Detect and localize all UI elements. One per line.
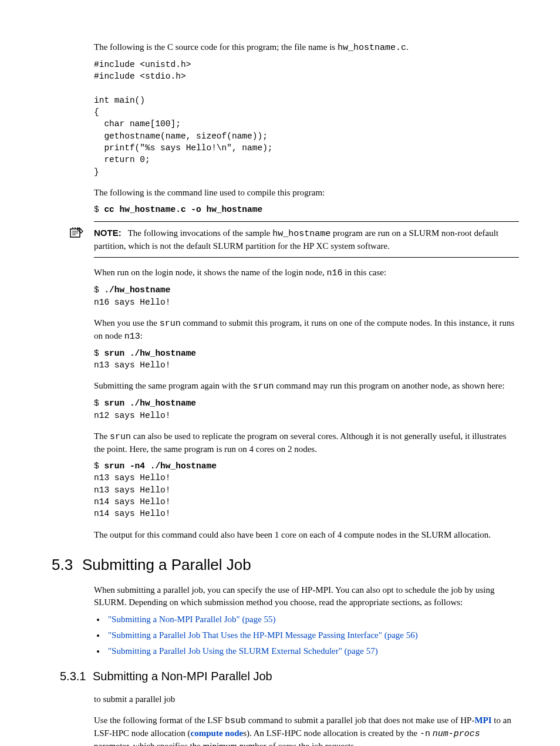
heading-title: Submitting a Parallel Job [82,556,251,573]
note-label: NOTE: [94,228,122,238]
command: srun -n4 ./hw_hostname [104,461,216,471]
command: srun ./hw_hostname [104,399,196,408]
paragraph: Submitting the same program again with t… [94,380,519,393]
text: s). An LSF-HPC node allocation is create… [243,728,420,738]
output: n13 says Hello! [94,360,171,370]
heading-5-3-1: 5.3.1Submitting a Non-MPI Parallel Job [60,668,519,684]
paragraph: When you use the srun command to submit … [94,317,519,343]
inline-code: srun [252,382,274,391]
text: can also be used to replicate the progra… [94,431,507,454]
paragraph: When submitting a parallel job, you can … [94,584,519,609]
list-item: "Submitting a Parallel Job Using the SLU… [106,645,519,657]
note-block: NOTE: The following invocations of the s… [94,221,519,258]
paragraph: Use the following format of the LSF bsub… [94,714,519,746]
cross-reference-link[interactable]: "Submitting a Non-MPI Parallel Job" (pag… [108,615,276,624]
paragraph: The output for this command could also h… [94,529,519,541]
inline-code: -n [420,729,430,739]
prompt: $ [94,349,104,358]
text: The following is the C source code for t… [94,42,338,52]
text: . [406,42,409,52]
command: cc hw_hostname.c -o hw_hostname [104,205,262,214]
text: in this case: [343,268,387,277]
paragraph: The following is the command line used t… [94,187,519,199]
inline-code: bsub [225,716,246,726]
cross-reference-link[interactable]: "Submitting a Parallel Job That Uses the… [108,630,418,640]
output: n16 says Hello! [94,298,171,307]
heading-number: 5.3 [52,554,82,575]
list-item: "Submitting a Parallel Job That Uses the… [106,629,519,642]
code-block-run3: $ srun ./hw_hostname n12 says Hello! [94,397,519,421]
note-icon [68,225,85,239]
text: When run on the login node, it shows the… [94,268,327,277]
paragraph-intro: The following is the C source code for t… [94,41,519,54]
command: ./hw_hostname [104,285,170,295]
inline-code: hw_hostname [272,229,330,239]
inline-code: srun [110,432,131,442]
code-block-run1: $ ./hw_hostname n16 says Hello! [94,284,519,308]
paragraph: When run on the login node, it shows the… [94,266,519,279]
text: : [140,331,143,340]
text: parameter, which specifies the minimum n… [94,741,356,746]
inline-code: hw_hostname.c [338,43,406,53]
paragraph: The srun can also be used to replicate t… [94,430,519,455]
code-block-source: #include <unistd.h> #include <stdio.h> i… [94,59,519,178]
inline-code: srun [160,319,181,329]
code-block-run2: $ srun ./hw_hostname n13 says Hello! [94,347,519,372]
output: n13 says Hello! n13 says Hello! n14 says… [94,473,171,518]
text: When you use the [94,318,160,328]
heading-title: Submitting a Non-MPI Parallel Job [93,670,272,683]
glossary-link[interactable]: MPI [474,715,491,725]
note-text: The following invocations of the sample [128,228,273,238]
prompt: $ [94,205,104,214]
cross-reference-list: "Submitting a Non-MPI Parallel Job" (pag… [106,613,519,657]
prompt: $ [94,399,104,408]
code-block-compile: $ cc hw_hostname.c -o hw_hostname [94,204,519,215]
inline-code: n13 [124,332,140,342]
heading-number: 5.3.1 [60,668,93,684]
code-block-run4: $ srun -n4 ./hw_hostname n13 says Hello!… [94,460,519,519]
inline-code-italic: num-procs [433,729,480,739]
cross-reference-link[interactable]: "Submitting a Parallel Job Using the SLU… [108,646,378,656]
prompt: $ [94,285,104,295]
glossary-link[interactable]: compute node [191,728,244,738]
output: n12 says Hello! [94,411,171,420]
list-item: "Submitting a Non-MPI Parallel Job" (pag… [106,613,519,626]
text: Submitting the same program again with t… [94,381,252,390]
text: Use the following format of the LSF [94,715,225,725]
document-page: The following is the C source code for t… [0,0,560,746]
text: command may run this program on another … [274,381,504,390]
text: The [94,431,110,441]
text: command to submit a parallel job that do… [246,715,475,725]
prompt: $ [94,461,104,471]
command: srun ./hw_hostname [104,349,196,358]
inline-code: n16 [327,268,343,278]
heading-5-3: 5.3Submitting a Parallel Job [52,554,519,575]
paragraph: to submit a parallel job [94,693,519,706]
